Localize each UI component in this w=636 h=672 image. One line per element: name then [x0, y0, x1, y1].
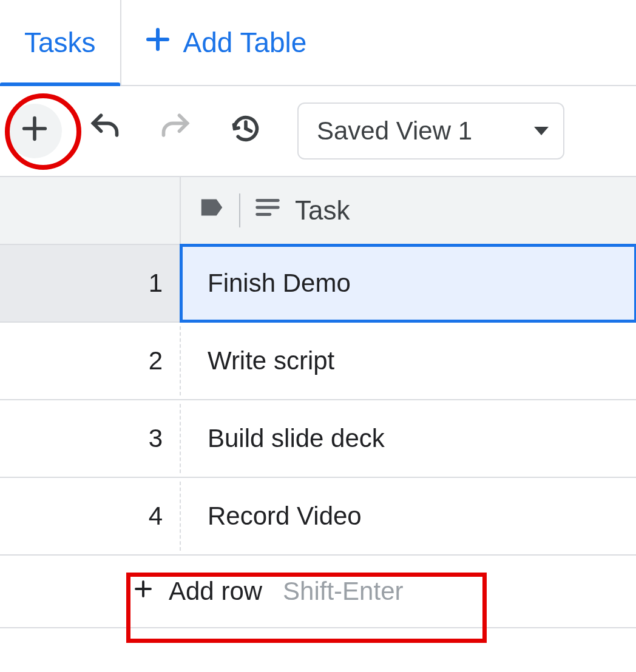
- insert-button[interactable]: [7, 104, 62, 158]
- plus-icon: [19, 113, 50, 150]
- saved-view-label: Saved View 1: [317, 116, 472, 146]
- svg-line-5: [246, 129, 251, 131]
- row-index: 4: [0, 478, 181, 554]
- task-cell-text: Build slide deck: [208, 424, 385, 453]
- add-row-label: Add row: [169, 577, 262, 606]
- tab-label: Tasks: [24, 26, 96, 59]
- column-header-label: Task: [295, 195, 350, 226]
- task-cell[interactable]: Build slide deck: [181, 400, 636, 477]
- undo-icon: [89, 113, 121, 150]
- history-icon: [230, 113, 262, 150]
- table-row[interactable]: 2Write script: [0, 323, 636, 400]
- row-index-header: [0, 177, 181, 244]
- table-tabs: Tasks Add Table: [0, 0, 636, 86]
- plus-icon: [143, 25, 172, 61]
- table-header-row: Task: [0, 177, 636, 245]
- task-cell[interactable]: Finish Demo: [181, 245, 636, 321]
- table-row[interactable]: 3Build slide deck: [0, 400, 636, 478]
- divider: [239, 193, 240, 227]
- task-cell-text: Finish Demo: [208, 269, 351, 298]
- toolbar: Saved View 1: [0, 86, 636, 177]
- redo-icon: [160, 113, 191, 150]
- chevron-down-icon: [534, 127, 549, 135]
- add-row-button[interactable]: Add row Shift-Enter: [121, 556, 414, 627]
- undo-button[interactable]: [78, 104, 132, 158]
- label-chip-icon: [198, 193, 226, 227]
- redo-button[interactable]: [148, 104, 203, 158]
- task-cell[interactable]: Write script: [181, 323, 636, 399]
- row-index: 3: [0, 400, 181, 477]
- task-cell-text: Write script: [208, 346, 334, 375]
- row-index: 1: [0, 245, 181, 321]
- add-table-button[interactable]: Add Table: [121, 0, 329, 85]
- task-cell[interactable]: Record Video: [181, 478, 636, 554]
- tab-tasks[interactable]: Tasks: [0, 0, 121, 85]
- table-row[interactable]: 1Finish Demo: [0, 245, 636, 323]
- column-header-task[interactable]: Task: [181, 177, 636, 244]
- text-column-icon: [254, 193, 282, 227]
- row-index: 2: [0, 323, 181, 399]
- add-row-row: Add row Shift-Enter: [0, 556, 636, 628]
- plus-icon: [132, 577, 154, 606]
- add-table-label: Add Table: [183, 26, 307, 59]
- table-row[interactable]: 4Record Video: [0, 478, 636, 556]
- saved-view-dropdown[interactable]: Saved View 1: [297, 102, 564, 160]
- add-row-hint: Shift-Enter: [283, 577, 403, 606]
- history-button[interactable]: [218, 104, 273, 158]
- task-cell-text: Record Video: [208, 502, 362, 531]
